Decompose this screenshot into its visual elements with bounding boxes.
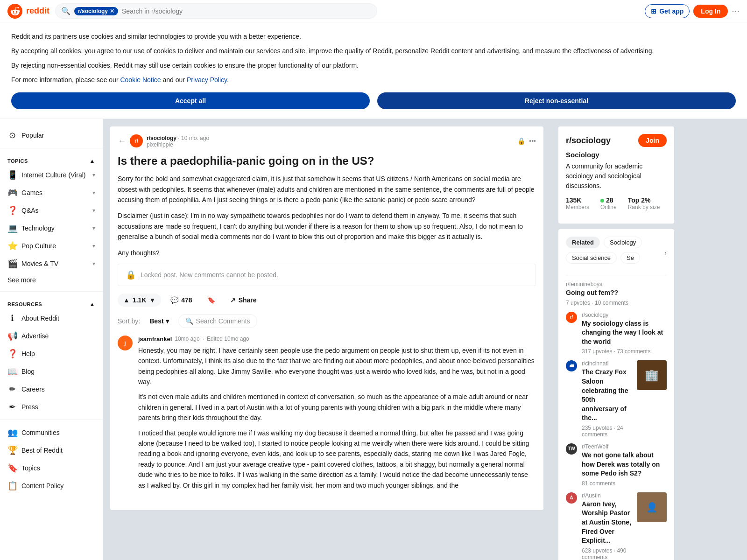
related-post-3[interactable]: 🏙 r/cincinnati The Crazy Fox Saloon cele… (566, 360, 667, 438)
upvote-button[interactable]: ▲ 1.1K ▼ (118, 294, 161, 307)
community-card: r/sociology Join Sociology A community f… (558, 126, 674, 224)
online-label: Online (600, 204, 617, 210)
related-post-3-content: r/cincinnati The Crazy Fox Saloon celebr… (582, 360, 632, 438)
tag-sociology[interactable]: Sociology (604, 237, 642, 248)
sidebar-item-popular[interactable]: ⊙ Popular (0, 126, 103, 144)
privacy-policy-link[interactable]: Privacy Policy. (187, 76, 229, 84)
sidebar-divider-1 (0, 148, 103, 148)
related-avatar-3: 🏙 (566, 360, 577, 371)
accept-cookies-button[interactable]: Accept all (11, 92, 370, 109)
sidebar-item-help[interactable]: ❓ Help (0, 345, 103, 363)
sidebar-item-best-of-reddit[interactable]: 🏆 Best of Reddit (0, 441, 103, 459)
sidebar-item-qas[interactable]: ❓ Q&As ▾ (0, 202, 103, 219)
subreddit-icon: r/ (130, 134, 143, 147)
topics-collapse-button[interactable]: ▲ (90, 158, 95, 164)
locked-text: Locked post. New comments cannot be post… (141, 271, 278, 279)
search-tag-remove[interactable]: ✕ (110, 8, 114, 14)
related-meta-3: 235 upvotes · 24 comments (582, 425, 632, 438)
cookie-line1: Reddit and its partners use cookies and … (11, 32, 736, 42)
related-meta-2: 317 upvotes · 73 comments (582, 348, 667, 355)
more-post-options[interactable]: ••• (529, 137, 536, 145)
share-button[interactable]: ↗ Share (225, 294, 262, 307)
related-meta-1: 7 upvotes · 10 comments (566, 300, 667, 306)
related-avatar-2: r/ (566, 312, 577, 323)
sidebar-item-technology[interactable]: 💻 Technology ▾ (0, 219, 103, 237)
login-button[interactable]: Log In (693, 5, 728, 18)
comments-button[interactable]: 💬 478 (165, 294, 197, 307)
related-post-1[interactable]: r/feminineboys Going out fem?? 7 upvotes… (566, 281, 667, 306)
header-right: ⊞ Get app Log In ··· (645, 4, 740, 18)
related-title-1: Going out fem?? (566, 288, 667, 298)
sidebar-item-communities[interactable]: 👥 Communities (0, 424, 103, 441)
search-bar[interactable]: 🔍 r/sociology ✕ (55, 3, 377, 19)
sidebar-item-pop-culture[interactable]: ⭐ Pop Culture ▾ (0, 237, 103, 255)
sidebar-item-games[interactable]: 🎮 Games ▾ (0, 184, 103, 202)
related-post-4[interactable]: TW r/TeenWolf We not gone talk about how… (566, 443, 667, 487)
see-more-link[interactable]: See more (0, 273, 103, 287)
chevron-down-icon: ▾ (92, 172, 95, 178)
subreddit-link[interactable]: r/sociology (147, 135, 176, 141)
sidebar-item-internet-culture[interactable]: 📱 Internet Culture (Viral) ▾ (0, 166, 103, 184)
online-dot (600, 199, 604, 203)
sidebar-item-advertise[interactable]: 📢 Advertise (0, 327, 103, 345)
post-meta: r/sociology · 10 mo. ago pixelhippie (147, 134, 209, 148)
pop-culture-icon: ⭐ (7, 241, 17, 251)
post-title: Is there a paedophilia-panic going on in… (118, 154, 536, 168)
join-button[interactable]: Join (638, 134, 667, 147)
comment-p2: It's not even male adults and children m… (138, 392, 536, 423)
more-options-button[interactable]: ··· (732, 6, 740, 16)
tag-related[interactable]: Related (566, 237, 600, 248)
search-tag-label: r/sociology (78, 8, 108, 14)
related-post-2-content: r/sociology My sociology class is changi… (582, 312, 667, 355)
related-sub-3: r/cincinnati (582, 360, 632, 367)
members-label: Members (566, 204, 589, 210)
cookie-notice-link[interactable]: Cookie Notice (120, 76, 161, 84)
sidebar-item-blog[interactable]: 📖 Blog (0, 363, 103, 380)
sidebar-item-topics[interactable]: 🔖 Topics (0, 459, 103, 477)
members-value: 135K (566, 196, 589, 204)
get-app-button[interactable]: ⊞ Get app (645, 4, 690, 18)
main-layout: ⊙ Popular TOPICS ▲ 📱 Internet Culture (V… (0, 119, 747, 560)
post-actions: ▲ 1.1K ▼ 💬 478 🔖 ↗ Share (118, 294, 536, 307)
tag-more[interactable]: Se (620, 252, 640, 264)
chevron-down-icon: ▾ (92, 189, 95, 196)
community-name: r/sociology (566, 136, 611, 146)
sidebar-item-careers[interactable]: ✏ Careers (0, 380, 103, 398)
tags-row: Related Sociology Social science Se › (566, 237, 667, 269)
logo-text: reddit (26, 6, 49, 16)
search-input[interactable] (122, 7, 371, 15)
comment-author[interactable]: jsamfrankel (138, 336, 172, 343)
comment-edited: · (203, 336, 204, 342)
cookie-line4: For more information, please see our Coo… (11, 75, 736, 85)
resources-collapse-button[interactable]: ▲ (90, 301, 95, 308)
movies-tv-icon: 🎬 (7, 259, 17, 269)
related-post-2[interactable]: r/ r/sociology My sociology class is cha… (566, 312, 667, 355)
tags-divider (566, 275, 667, 275)
post-icons: 🔒 ••• (517, 137, 536, 145)
sort-dropdown[interactable]: Best ▾ (146, 315, 172, 327)
comment-p1: Honestly, you may be right. I have certa… (138, 345, 536, 387)
share-icon: ↗ (230, 296, 236, 304)
online-value: 28 (600, 196, 617, 204)
tag-social-science[interactable]: Social science (566, 252, 617, 264)
related-tags: Related Sociology Social science Se (566, 237, 664, 264)
sidebar-item-movies-tv[interactable]: 🎬 Movies & TV ▾ (0, 255, 103, 273)
sidebar-item-about[interactable]: ℹ About Reddit (0, 309, 103, 327)
comment-time: 10mo ago (175, 336, 199, 342)
topics-icon: 🔖 (7, 463, 17, 473)
sidebar-item-press[interactable]: ✒ Press (0, 398, 103, 416)
logo[interactable]: reddit (7, 4, 49, 19)
tags-next-button[interactable]: › (664, 249, 667, 257)
sidebar-item-content-policy[interactable]: 📋 Content Policy (0, 477, 103, 495)
search-comments-button[interactable]: 🔍 Search Comments (178, 314, 257, 328)
back-button[interactable]: ← (118, 136, 126, 146)
press-icon: ✒ (7, 402, 17, 412)
qas-icon: ❓ (7, 205, 17, 216)
reject-cookies-button[interactable]: Reject non-essential (377, 92, 736, 109)
save-button[interactable]: 🔖 (202, 294, 221, 307)
main-content: ← r/ r/sociology · 10 mo. ago pixelhippi… (103, 119, 551, 560)
related-post-5[interactable]: A r/Austin Aaron Ivey, Worship Pastor at… (566, 492, 667, 560)
advertise-icon: 📢 (7, 331, 17, 341)
rank-value: Top 2% (628, 196, 660, 204)
search-tag[interactable]: r/sociology ✕ (74, 7, 118, 15)
